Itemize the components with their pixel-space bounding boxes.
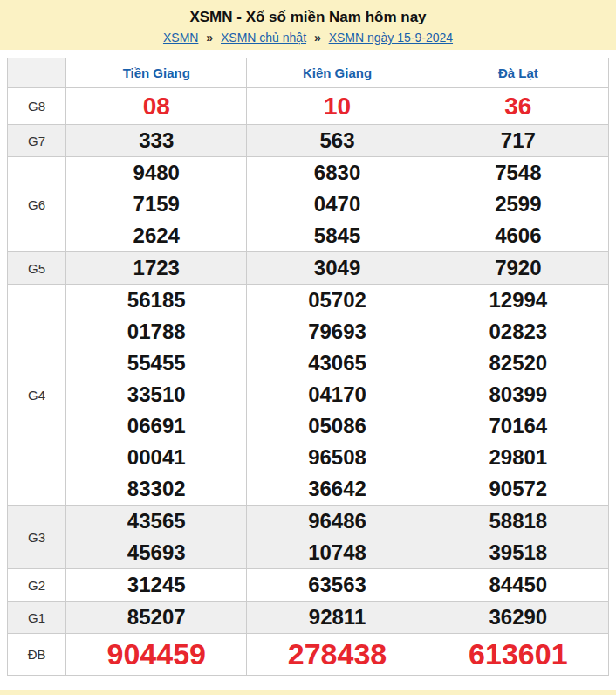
prize-number: 96508	[247, 442, 427, 473]
prize-number: 10	[247, 90, 427, 123]
prize-number: 43565	[66, 506, 246, 537]
prize-number: 2599	[428, 189, 608, 220]
prize-cell: 7548 2599 4606	[428, 157, 608, 252]
table-row-g5: G5 1723 3049 7920	[8, 252, 609, 285]
breadcrumb-separator: »	[206, 31, 213, 45]
prize-number: 83302	[66, 473, 246, 505]
prize-number: 0470	[247, 189, 427, 220]
prize-cell: 717	[428, 125, 608, 157]
prize-number: 33510	[66, 379, 246, 410]
prize-number: 4606	[428, 220, 608, 251]
prize-cell: 31245	[66, 569, 247, 602]
prize-cell: 43565 45693	[66, 506, 247, 569]
prize-cell: 08	[66, 88, 247, 125]
prize-number: 84450	[428, 569, 608, 601]
prize-number: 613601	[428, 636, 608, 673]
prize-number: 10748	[247, 537, 427, 568]
prize-number: 79693	[247, 316, 427, 348]
prize-number: 01788	[66, 316, 246, 348]
prize-number: 717	[428, 125, 608, 156]
prize-cell: 10	[247, 88, 428, 125]
prize-cell: 84450	[428, 569, 608, 602]
table-row-db: ĐB 904459 278438 613601	[8, 634, 609, 676]
breadcrumb-link-xsmn-chu-nhat[interactable]: XSMN chủ nhật	[221, 31, 306, 45]
page-title: XSMN - Xổ số miền Nam hôm nay	[0, 8, 616, 26]
province-link-tien-giang[interactable]: Tiền Giang	[123, 65, 190, 80]
prize-number: 7548	[428, 157, 608, 189]
column-header-tien-giang: Tiền Giang	[66, 58, 247, 88]
prize-number: 36	[428, 90, 608, 123]
prize-cell: 12994 02823 82520 80399 70164 29801 9057…	[428, 285, 608, 506]
prize-number: 31245	[66, 569, 246, 601]
prize-number: 08	[66, 90, 246, 123]
prize-cell: 96486 10748	[247, 506, 428, 569]
column-header-da-lat: Đà Lạt	[428, 58, 608, 88]
prize-number: 00041	[66, 442, 246, 473]
prize-cell: 92811	[247, 602, 428, 634]
breadcrumb-link-xsmn[interactable]: XSMN	[163, 31, 198, 45]
prize-number: 06691	[66, 410, 246, 442]
breadcrumb-link-xsmn-date[interactable]: XSMN ngày 15-9-2024	[329, 31, 453, 45]
prize-label: G3	[8, 506, 66, 569]
breadcrumb: XSMN » XSMN chủ nhật » XSMN ngày 15-9-20…	[0, 30, 616, 45]
table-row-g7: G7 333 563 717	[8, 125, 609, 157]
prize-number: 70164	[428, 410, 608, 442]
table-row-g3: G3 43565 45693 96486 10748 58818 39518	[8, 506, 609, 569]
prize-number: 904459	[66, 636, 246, 673]
prize-number: 85207	[66, 602, 246, 633]
prize-cell: 05702 79693 43065 04170 05086 96508 3664…	[247, 285, 428, 506]
prize-number: 43065	[247, 348, 427, 379]
table-row-g6: G6 9480 7159 2624 6830 0470 5845 7548 25…	[8, 157, 609, 252]
province-link-da-lat[interactable]: Đà Lạt	[498, 65, 538, 80]
prize-number: 278438	[247, 636, 427, 673]
prize-number: 58818	[428, 506, 608, 537]
prize-cell: 3049	[247, 252, 428, 285]
prize-number: 45693	[66, 537, 246, 568]
results-table: Tiền Giang Kiên Giang Đà Lạt G8 08 10 36…	[7, 58, 609, 676]
table-row-g8: G8 08 10 36	[8, 88, 609, 125]
prize-number: 96486	[247, 506, 427, 537]
prize-number: 55455	[66, 348, 246, 379]
prize-number: 29801	[428, 442, 608, 473]
prize-cell: 9480 7159 2624	[66, 157, 247, 252]
prize-number: 39518	[428, 537, 608, 568]
prize-number: 12994	[428, 285, 608, 316]
prize-number: 563	[247, 125, 427, 156]
prize-number: 5845	[247, 220, 427, 251]
prize-cell: 6830 0470 5845	[247, 157, 428, 252]
prize-number: 9480	[66, 157, 246, 189]
prize-cell: 904459	[66, 634, 247, 676]
table-header-row: Tiền Giang Kiên Giang Đà Lạt	[8, 58, 609, 88]
prize-number: 36290	[428, 602, 608, 633]
table-row-g4: G4 56185 01788 55455 33510 06691 00041 8…	[8, 285, 609, 506]
prize-cell: 58818 39518	[428, 506, 608, 569]
prize-cell: 613601	[428, 634, 608, 676]
prize-cell: 56185 01788 55455 33510 06691 00041 8330…	[66, 285, 247, 506]
prize-number: 82520	[428, 348, 608, 379]
prize-number: 6830	[247, 157, 427, 189]
prize-number: 7920	[428, 252, 608, 284]
table-row-g1: G1 85207 92811 36290	[8, 602, 609, 634]
prize-cell: 333	[66, 125, 247, 157]
prize-cell: 278438	[247, 634, 428, 676]
footer-band	[0, 690, 616, 695]
prize-number: 333	[66, 125, 246, 156]
corner-cell	[8, 58, 66, 88]
prize-cell: 63563	[247, 569, 428, 602]
prize-cell: 563	[247, 125, 428, 157]
column-header-kien-giang: Kiên Giang	[247, 58, 428, 88]
prize-number: 1723	[66, 252, 246, 284]
prize-cell: 85207	[66, 602, 247, 634]
results-table-container: Tiền Giang Kiên Giang Đà Lạt G8 08 10 36…	[7, 58, 609, 676]
prize-label: G7	[8, 125, 66, 157]
prize-number: 05702	[247, 285, 427, 316]
prize-cell: 36	[428, 88, 608, 125]
table-row-g2: G2 31245 63563 84450	[8, 569, 609, 602]
prize-number: 63563	[247, 569, 427, 601]
prize-cell: 7920	[428, 252, 608, 285]
prize-number: 80399	[428, 379, 608, 410]
prize-label: G8	[8, 88, 66, 125]
prize-label: G1	[8, 602, 66, 634]
province-link-kien-giang[interactable]: Kiên Giang	[303, 65, 372, 80]
prize-label: G2	[8, 569, 66, 602]
